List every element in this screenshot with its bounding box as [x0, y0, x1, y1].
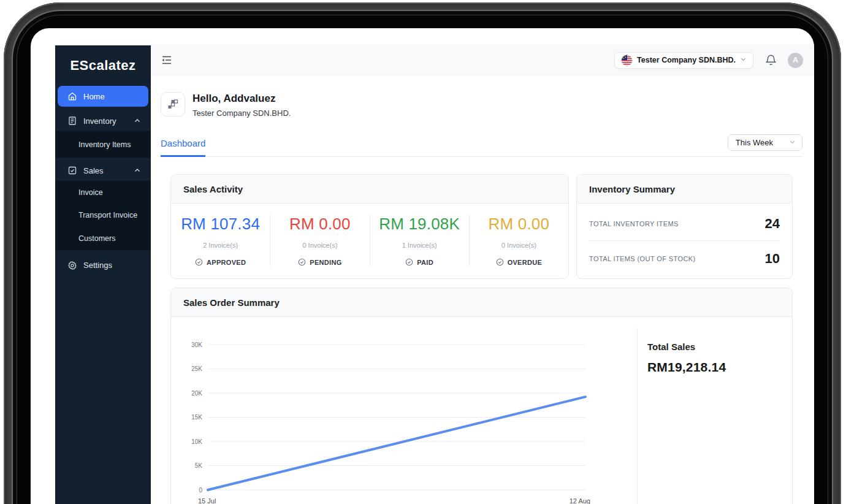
- stat-overdue: RM 0.00 0 Invoice(s): [469, 215, 568, 266]
- stat-amount: RM 0.00: [470, 215, 568, 234]
- stat-invoice-count: 0 Invoice(s): [270, 242, 369, 249]
- svg-text:10K: 10K: [191, 438, 202, 445]
- inventory-row-value: 10: [765, 251, 780, 267]
- topbar-actions: Tester Company SDN.BHD.: [614, 52, 803, 69]
- total-sales-label: Total Sales: [647, 342, 792, 352]
- screenshot-stage: EScalatez Home: [0, 0, 846, 504]
- page-title: Hello, Addvaluez: [192, 92, 291, 105]
- chevron-up-icon: [132, 116, 142, 126]
- sales-activity-body: RM 107.34 2 Invoice(s): [171, 204, 568, 278]
- sales-order-summary-card: Sales Order Summary 05K10K15K20K25K30K15…: [170, 288, 793, 504]
- stat-amount: RM 0.00: [270, 215, 369, 234]
- company-selector-label: Tester Company SDN.BHD.: [637, 56, 736, 64]
- user-avatar[interactable]: A: [788, 53, 803, 68]
- svg-text:5K: 5K: [195, 462, 203, 469]
- notification-bell-icon[interactable]: [765, 54, 777, 67]
- svg-text:15K: 15K: [191, 414, 202, 421]
- period-select[interactable]: This Week: [728, 134, 802, 151]
- sidebar-item-customers[interactable]: Customers: [55, 227, 151, 250]
- svg-text:15 Jul: 15 Jul: [198, 497, 216, 504]
- menu-fold-icon[interactable]: [161, 54, 173, 66]
- tab-dashboard[interactable]: Dashboard: [161, 138, 205, 157]
- sales-activity-title: Sales Activity: [171, 175, 568, 204]
- sidebar-subitem-label: Transport Invoice: [78, 211, 137, 220]
- stat-pending: RM 0.00 0 Invoice(s): [270, 215, 369, 266]
- sales-order-summary-body: 05K10K15K20K25K30K15 Jul12 Aug Total Sal…: [171, 317, 792, 504]
- svg-text:30K: 30K: [191, 342, 202, 348]
- inventory-summary-body: TOTAL INVENTORY ITEMS 24 TOTAL ITEMS (OU…: [577, 204, 792, 275]
- inventory-row-value: 24: [765, 216, 780, 232]
- check-circle-icon: [496, 258, 504, 266]
- company-name: Tester Company SDN.BHD.: [192, 109, 291, 118]
- inventory-summary-card: Inventory Summary TOTAL INVENTORY ITEMS …: [576, 174, 793, 279]
- stat-status-label: OVERDUE: [508, 259, 543, 266]
- sidebar-item-label: Sales: [83, 166, 104, 175]
- avatar-initial: A: [793, 56, 798, 64]
- sales-icon: [67, 166, 77, 175]
- svg-text:12 Aug: 12 Aug: [570, 497, 590, 504]
- stat-paid: RM 19.08K 1 Invoice(s): [370, 215, 469, 266]
- home-icon: [67, 91, 77, 101]
- tablet-device-frame: EScalatez Home: [4, 2, 841, 504]
- svg-text:20K: 20K: [191, 390, 202, 397]
- malaysia-flag-icon: [621, 55, 633, 66]
- stat-approved: RM 107.34 2 Invoice(s): [171, 215, 270, 266]
- app-logo: EScalatez: [55, 45, 151, 86]
- stat-status-label: PAID: [417, 259, 433, 266]
- sidebar-item-inventory-items[interactable]: Inventory Items: [55, 131, 151, 158]
- topbar: Tester Company SDN.BHD.: [151, 44, 814, 76]
- sidebar-item-label: Home: [83, 92, 105, 101]
- svg-text:25K: 25K: [191, 365, 202, 372]
- inventory-submenu: Inventory Items: [55, 131, 151, 158]
- inventory-row-total-items: TOTAL INVENTORY ITEMS 24: [589, 206, 780, 240]
- check-circle-icon: [195, 258, 203, 266]
- inventory-summary-title: Inventory Summary: [577, 175, 792, 204]
- tab-bar: Dashboard This Week: [161, 134, 802, 157]
- stat-amount: RM 19.08K: [370, 215, 469, 234]
- sales-submenu: Invoice Transport Invoice Customers: [55, 181, 151, 250]
- sidebar-item-settings[interactable]: Settings: [55, 255, 151, 276]
- svg-text:0: 0: [199, 487, 202, 494]
- stat-status-label: APPROVED: [207, 259, 246, 266]
- chevron-down-icon: [740, 56, 747, 64]
- greeting-header: Hello, Addvaluez Tester Company SDN.BHD.: [161, 92, 802, 118]
- stat-status-label: PENDING: [310, 259, 341, 266]
- tablet-screen: EScalatez Home: [31, 28, 814, 504]
- sidebar: EScalatez Home: [55, 45, 151, 504]
- company-grid-icon: [161, 92, 185, 116]
- sales-chart-area: 05K10K15K20K25K30K15 Jul12 Aug: [171, 317, 637, 504]
- settings-icon: [67, 261, 77, 270]
- company-selector[interactable]: Tester Company SDN.BHD.: [614, 52, 753, 69]
- sidebar-item-label: Inventory: [83, 116, 116, 126]
- sidebar-item-invoice[interactable]: Invoice: [55, 181, 151, 204]
- stat-invoice-count: 0 Invoice(s): [470, 242, 568, 249]
- sidebar-item-sales[interactable]: Sales: [55, 160, 151, 181]
- period-select-value: This Week: [736, 138, 773, 147]
- sidebar-subitem-label: Invoice: [78, 188, 103, 197]
- chevron-down-icon: [789, 138, 796, 147]
- sidebar-subitem-label: Customers: [78, 234, 115, 243]
- sales-order-summary-title: Sales Order Summary: [171, 288, 792, 317]
- inventory-row-label: TOTAL INVENTORY ITEMS: [589, 220, 679, 227]
- chevron-up-icon: [132, 166, 142, 175]
- inventory-row-label: TOTAL ITEMS (OUT OF STOCK): [589, 255, 696, 262]
- stat-invoice-count: 2 Invoice(s): [171, 242, 270, 249]
- sidebar-subitem-label: Inventory Items: [78, 140, 131, 149]
- cards-area: Sales Activity RM 107.34 2 Invoice(s): [161, 174, 802, 504]
- stat-invoice-count: 1 Invoice(s): [370, 242, 469, 249]
- sidebar-item-label: Settings: [83, 261, 112, 270]
- sidebar-item-home[interactable]: Home: [58, 86, 148, 107]
- check-circle-icon: [298, 258, 306, 266]
- check-circle-icon: [405, 258, 413, 266]
- sidebar-item-inventory[interactable]: Inventory: [55, 110, 151, 131]
- stat-amount: RM 107.34: [171, 215, 270, 234]
- inventory-icon: [67, 116, 77, 126]
- total-sales-value: RM19,218.14: [647, 360, 792, 375]
- tablet-bezel: EScalatez Home: [12, 10, 833, 504]
- sales-activity-card: Sales Activity RM 107.34 2 Invoice(s): [170, 174, 569, 279]
- total-sales-panel: Total Sales RM19,218.14: [637, 328, 792, 504]
- sales-chart: 05K10K15K20K25K30K15 Jul12 Aug: [180, 334, 594, 504]
- sidebar-item-transport-invoice[interactable]: Transport Invoice: [55, 204, 151, 227]
- inventory-row-out-of-stock: TOTAL ITEMS (OUT OF STOCK) 10: [589, 240, 780, 275]
- main-content: Hello, Addvaluez Tester Company SDN.BHD.…: [151, 76, 814, 504]
